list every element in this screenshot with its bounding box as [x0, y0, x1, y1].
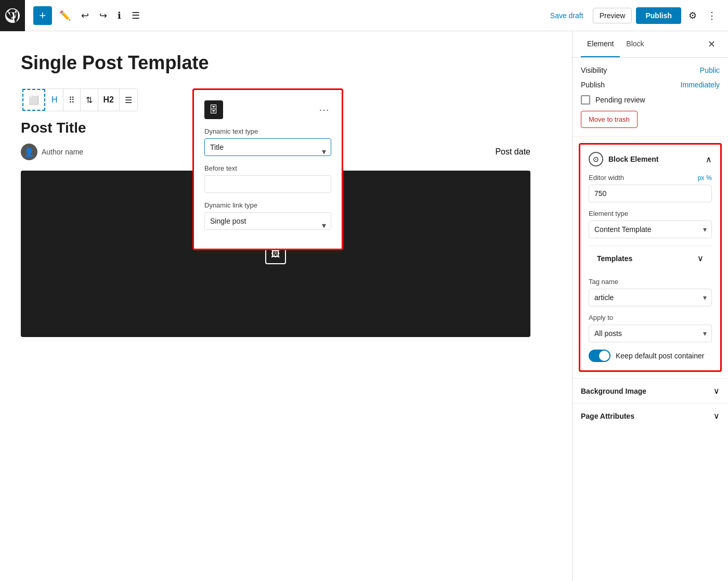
- author-name: Author name: [42, 148, 83, 156]
- topbar-right: Save draft Preview Publish ⚙ ⋮: [545, 7, 720, 24]
- block-toolbar: ⬜ H ⠿ ⇅ H2 ☰: [21, 88, 138, 111]
- page-attributes-accordion[interactable]: Page Attributes ∨: [573, 403, 728, 428]
- apply-to-label: Apply to: [589, 314, 712, 321]
- dynamic-link-type-select[interactable]: Single post: [204, 212, 331, 230]
- wp-logo: [0, 0, 25, 31]
- toggle-knob: [599, 351, 609, 361]
- dynamic-text-type-select-wrapper: Title: [204, 138, 331, 164]
- visibility-value[interactable]: Public: [700, 66, 720, 74]
- sidebar: Element Block ✕ Visibility Public Publis…: [572, 31, 728, 581]
- page-title: Single Post Template: [21, 52, 530, 74]
- apply-to-select[interactable]: All posts: [589, 325, 712, 342]
- tab-block[interactable]: Block: [620, 31, 650, 57]
- element-type-select-wrapper: Content Template: [589, 221, 712, 238]
- editor-width-field: Editor width px % 750: [589, 174, 712, 202]
- edit-icon-button[interactable]: ✏️: [56, 7, 74, 24]
- visibility-row: Visibility Public: [581, 66, 720, 74]
- settings-button[interactable]: ⚙: [685, 7, 700, 24]
- redo-button[interactable]: ↪: [96, 7, 110, 24]
- pct-option[interactable]: %: [706, 174, 712, 182]
- block-element-body: Editor width px % 750 Element type Conte…: [580, 174, 720, 370]
- background-image-label: Background Image: [581, 387, 646, 395]
- select-block-button[interactable]: ⬜: [22, 89, 45, 111]
- list-view-button[interactable]: ☰: [128, 7, 143, 24]
- dynamic-text-type-select[interactable]: Title: [204, 138, 331, 156]
- templates-label: Templates: [597, 254, 632, 263]
- publish-value[interactable]: Immediately: [681, 81, 720, 89]
- px-pct-toggle: px %: [698, 174, 712, 182]
- save-draft-button[interactable]: Save draft: [545, 8, 589, 23]
- move-to-trash-button[interactable]: Move to trash: [581, 111, 638, 128]
- tag-name-select-wrapper: article: [589, 289, 712, 306]
- sidebar-close-button[interactable]: ✕: [704, 31, 720, 57]
- keep-default-label: Keep default post container: [616, 352, 704, 360]
- add-block-button[interactable]: +: [33, 6, 52, 25]
- before-text-label: Before text: [204, 164, 331, 172]
- before-text-input[interactable]: [204, 175, 331, 193]
- px-option[interactable]: px: [698, 174, 705, 182]
- apply-to-field: Apply to All posts: [589, 314, 712, 342]
- block-element-icon: ⊙: [589, 152, 603, 166]
- visibility-label: Visibility: [581, 66, 607, 74]
- apply-to-select-wrapper: All posts: [589, 325, 712, 342]
- templates-accordion[interactable]: Templates ∨: [589, 246, 712, 270]
- heading-level-button[interactable]: H2: [98, 89, 120, 111]
- author-block: 👤 Author name: [21, 144, 83, 160]
- editor-width-label: Editor width: [589, 174, 624, 182]
- block-element-section: ⊙ Block Element ∧ Editor width px % 750: [579, 143, 722, 372]
- drag-handle-button[interactable]: ⠿: [63, 89, 81, 111]
- undo-button[interactable]: ↩: [78, 7, 92, 24]
- block-element-title: Block Element: [608, 155, 658, 163]
- dynamic-block-icon: 🗄: [204, 100, 223, 119]
- dynamic-text-type-label: Dynamic text type: [204, 127, 331, 135]
- block-element-collapse-icon: ∧: [706, 154, 712, 164]
- pending-review-checkbox[interactable]: [581, 95, 590, 105]
- element-type-label: Element type: [589, 210, 712, 217]
- tag-name-field: Tag name article: [589, 278, 712, 306]
- pending-review-row: Pending review: [581, 95, 720, 105]
- info-button[interactable]: ℹ: [114, 7, 124, 24]
- topbar: + ✏️ ↩ ↪ ℹ ☰ Save draft Preview Publish …: [0, 0, 728, 31]
- main-area: Single Post Template ⬜ H ⠿ ⇅ H2 ☰ 🗄 ⋯ Dy…: [0, 31, 728, 581]
- heading-icon-button[interactable]: H: [46, 89, 63, 111]
- block-element-header-left: ⊙ Block Element: [589, 152, 658, 166]
- keep-default-toggle[interactable]: [589, 350, 610, 362]
- dynamic-link-type-select-wrapper: Single post: [204, 212, 331, 238]
- element-type-field: Element type Content Template: [589, 210, 712, 238]
- publish-button[interactable]: Publish: [636, 7, 681, 24]
- page-attributes-label: Page Attributes: [581, 412, 634, 420]
- dynamic-popup: 🗄 ⋯ Dynamic text type Title Before text …: [192, 88, 343, 250]
- element-type-select[interactable]: Content Template: [589, 221, 712, 238]
- editor-width-label-row: Editor width px %: [589, 174, 712, 182]
- block-toolbar-wrapper: ⬜ H ⠿ ⇅ H2 ☰ 🗄 ⋯ Dynamic text type Title: [21, 88, 530, 111]
- pending-review-label: Pending review: [595, 96, 645, 104]
- preview-button[interactable]: Preview: [593, 8, 632, 23]
- sidebar-tabs: Element Block ✕: [573, 31, 728, 58]
- tab-element[interactable]: Element: [581, 31, 620, 57]
- dynamic-link-type-label: Dynamic link type: [204, 201, 331, 209]
- templates-expand-icon: ∨: [697, 253, 704, 263]
- wordpress-icon: [5, 8, 20, 23]
- page-attributes-expand-icon: ∨: [713, 411, 720, 421]
- align-button[interactable]: ☰: [120, 89, 137, 111]
- publish-row: Publish Immediately: [581, 81, 720, 89]
- background-image-accordion[interactable]: Background Image ∨: [573, 378, 728, 403]
- more-options-button[interactable]: ⋮: [704, 7, 720, 24]
- editor-area: Single Post Template ⬜ H ⠿ ⇅ H2 ☰ 🗄 ⋯ Dy…: [0, 31, 572, 581]
- popup-more-button[interactable]: ⋯: [317, 101, 331, 118]
- publish-section: Visibility Public Publish Immediately Pe…: [573, 58, 728, 137]
- editor-width-input[interactable]: 750: [589, 185, 712, 202]
- tag-name-label: Tag name: [589, 278, 712, 286]
- popup-header: 🗄 ⋯: [204, 100, 331, 119]
- post-date: Post date: [495, 147, 530, 157]
- author-avatar: 👤: [21, 144, 37, 160]
- keep-default-row: Keep default post container: [589, 350, 712, 362]
- block-element-header[interactable]: ⊙ Block Element ∧: [580, 145, 720, 174]
- publish-row-label: Publish: [581, 81, 605, 89]
- move-up-down-button[interactable]: ⇅: [81, 89, 98, 111]
- background-image-expand-icon: ∨: [713, 386, 720, 396]
- tag-name-select[interactable]: article: [589, 289, 712, 306]
